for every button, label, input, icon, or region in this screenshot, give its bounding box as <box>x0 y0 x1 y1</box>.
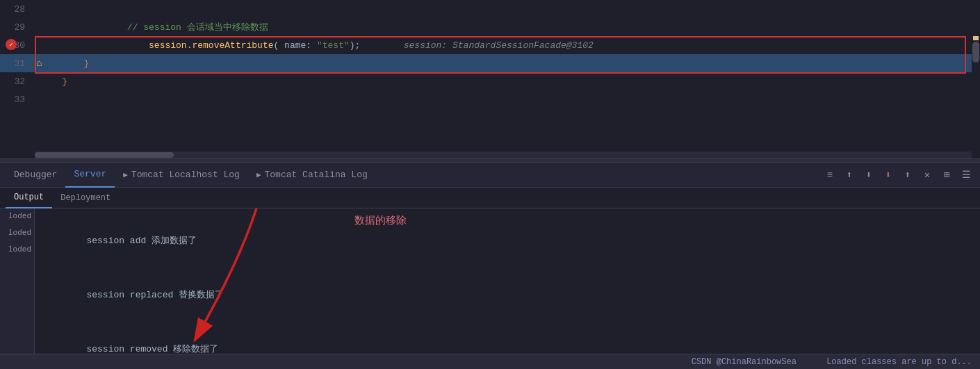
tab-tomcat-catalina-label: Tomcat Catalina Log <box>265 170 368 180</box>
tab-server[interactable]: Server <box>65 163 115 188</box>
toolbar-list-btn[interactable]: ☰ <box>958 167 974 183</box>
code-line-30: 30 session.removeAttribute( name: "test"… <box>0 36 980 54</box>
toolbar-menu-btn[interactable]: ≡ <box>822 167 838 183</box>
toolbar-icons: ≡ ⬆ ⬇ ⬇ ⬆ ✕ ⊞ ☰ <box>822 167 974 183</box>
toolbar-scroll-up-btn[interactable]: ⬆ <box>841 167 858 183</box>
line-content-32: } <box>35 76 980 87</box>
tab-server-label: Server <box>74 169 106 179</box>
sub-tab-deployment[interactable]: Deployment <box>52 188 119 208</box>
toolbar-grid-btn[interactable]: ⊞ <box>938 167 955 183</box>
code-line-32: 32 } <box>0 72 980 90</box>
code-text-30: session.removeAttribute( name: "test"); … <box>83 40 593 51</box>
status-bar: CSDN @ChinaRainbowSea Loaded classes are… <box>0 354 980 369</box>
toolbar-close-btn[interactable]: ✕ <box>919 167 936 183</box>
toolbar-upload-btn[interactable]: ⬆ <box>899 167 916 183</box>
tab-tomcat-localhost-label: Tomcat Localhost Log <box>131 170 240 180</box>
output-line-2: session replaced 替换数据了 <box>43 268 972 322</box>
tab-icon-catalina: ▶ <box>256 170 261 179</box>
output-content: session add 添加数据了 session replaced 替换数据了… <box>35 208 980 354</box>
left-label-3: loded <box>0 227 34 239</box>
left-label-5: loded <box>0 243 34 256</box>
annotation-text: 数据的移除 <box>354 214 407 227</box>
line-number-33: 33 <box>0 95 35 105</box>
left-labels: loded loded loded <box>0 208 35 354</box>
tab-bar: Debugger Server ▶ Tomcat Localhost Log ▶… <box>0 163 980 188</box>
vertical-scrollbar[interactable] <box>972 0 980 158</box>
tab-tomcat-catalina[interactable]: ▶ Tomcat Catalina Log <box>248 163 376 188</box>
code-line-31: ⌂ 31 } <box>0 54 980 72</box>
tab-icon-localhost: ▶ <box>123 170 128 179</box>
tab-debugger[interactable]: Debugger <box>6 163 65 188</box>
tab-debugger-label: Debugger <box>14 170 57 180</box>
output-line-1: session add 添加数据了 <box>43 214 972 268</box>
line-number-29: 29 <box>0 22 35 33</box>
scrollbar-marker <box>973 36 979 40</box>
current-line-marker: ⌂ <box>36 58 42 69</box>
horizontal-scrollbar[interactable] <box>35 151 972 158</box>
scrollbar-thumb-v[interactable] <box>972 42 979 63</box>
line-number-32: 32 <box>0 76 35 87</box>
code-line-33: 33 <box>0 90 980 108</box>
output-line-3: session removed 移除数据了 <box>43 322 972 354</box>
sub-tab-output[interactable]: Output <box>6 188 52 208</box>
sub-tab-output-label: Output <box>14 192 44 202</box>
left-label-1: loded <box>0 210 34 222</box>
code-editor: 28 29 // session 会话域当中移除数据 30 session.re… <box>0 0 980 158</box>
watermark-text: CSDN @ChinaRainbowSea Loaded classes are… <box>692 357 972 367</box>
toolbar-download2-btn[interactable]: ⬇ <box>880 167 897 183</box>
line-content-31: } <box>35 58 980 69</box>
sub-tab-deployment-label: Deployment <box>60 193 111 203</box>
line-number-31: 31 <box>0 58 35 69</box>
scrollbar-thumb-h[interactable] <box>35 152 174 158</box>
toolbar-download-btn[interactable]: ⬇ <box>860 167 877 183</box>
bottom-panel: Debugger Server ▶ Tomcat Localhost Log ▶… <box>0 163 980 369</box>
line-number-28: 28 <box>0 4 35 15</box>
breakpoint-icon[interactable] <box>6 39 17 50</box>
output-area: loded loded loded session add 添加数据了 sess… <box>0 208 980 354</box>
sub-tab-bar: Output Deployment <box>0 188 980 208</box>
tab-tomcat-localhost[interactable]: ▶ Tomcat Localhost Log <box>115 163 248 188</box>
